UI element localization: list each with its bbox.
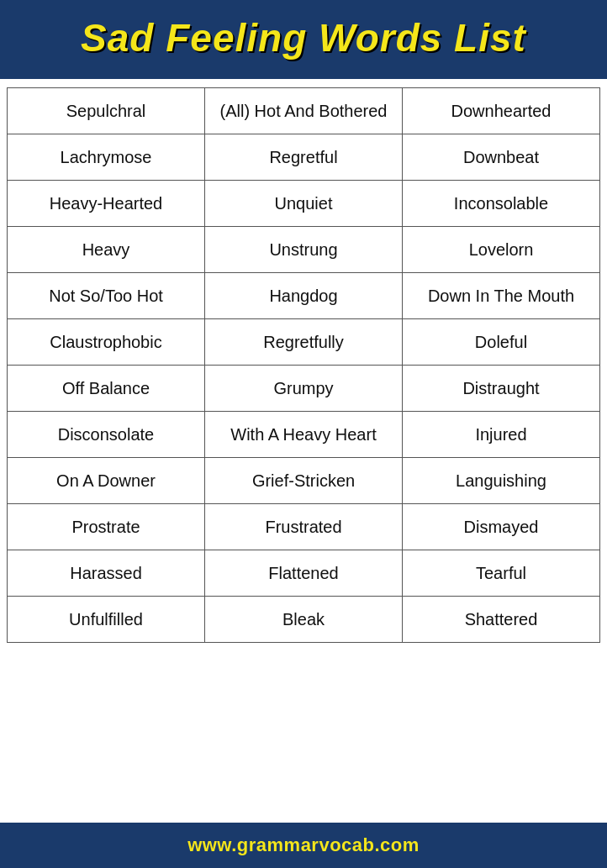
table-cell: Harassed: [8, 550, 205, 597]
table-row: Sepulchral(All) Hot And BotheredDownhear…: [8, 88, 600, 134]
table-row: ProstrateFrustratedDismayed: [8, 504, 600, 550]
table-cell: Shattered: [403, 597, 600, 643]
table-row: ClaustrophobicRegretfullyDoleful: [8, 319, 600, 366]
table-cell: Doleful: [403, 319, 600, 366]
table-cell: Heavy: [8, 227, 205, 273]
table-cell: Disconsolate: [8, 412, 205, 458]
table-row: LachrymoseRegretfulDownbeat: [8, 134, 600, 181]
table-cell: Unstrung: [205, 227, 403, 273]
table-cell: Prostrate: [8, 504, 205, 550]
table-cell: Languishing: [403, 458, 600, 504]
table-cell: Distraught: [403, 366, 600, 412]
table-cell: Bleak: [205, 597, 403, 643]
table-cell: Regretfully: [205, 319, 403, 366]
table-row: HarassedFlattenedTearful: [8, 550, 600, 597]
table-cell: Unquiet: [205, 181, 403, 227]
table-row: Not So/Too HotHangdogDown In The Mouth: [8, 273, 600, 319]
table-cell: Down In The Mouth: [403, 273, 600, 319]
table-row: On A DownerGrief-StrickenLanguishing: [8, 458, 600, 504]
table-row: Heavy-HeartedUnquietInconsolable: [8, 181, 600, 227]
table-row: HeavyUnstrungLovelorn: [8, 227, 600, 273]
table-cell: Hangdog: [205, 273, 403, 319]
table-cell: With A Heavy Heart: [205, 412, 403, 458]
table-cell: Frustrated: [205, 504, 403, 550]
table-cell: Downhearted: [403, 88, 600, 134]
table-cell: Downbeat: [403, 134, 600, 181]
table-cell: Not So/Too Hot: [8, 273, 205, 319]
table-cell: Unfulfilled: [8, 597, 205, 643]
table-cell: (All) Hot And Bothered: [205, 88, 403, 134]
footer-url: www.grammarvocab.com: [187, 834, 420, 855]
table-cell: Off Balance: [8, 366, 205, 412]
table-cell: Injured: [403, 412, 600, 458]
table-row: Off BalanceGrumpyDistraught: [8, 366, 600, 412]
table-cell: Dismayed: [403, 504, 600, 550]
table-cell: Tearful: [403, 550, 600, 597]
page-title: Sad Feeling Words List: [17, 15, 590, 60]
table-row: DisconsolateWith A Heavy HeartInjured: [8, 412, 600, 458]
table-wrapper: Sepulchral(All) Hot And BotheredDownhear…: [0, 79, 607, 823]
table-cell: Lachrymose: [8, 134, 205, 181]
table-cell: Flattened: [205, 550, 403, 597]
table-cell: Sepulchral: [8, 88, 205, 134]
table-cell: Grief-Stricken: [205, 458, 403, 504]
table-cell: Inconsolable: [403, 181, 600, 227]
table-cell: Grumpy: [205, 366, 403, 412]
words-table: Sepulchral(All) Hot And BotheredDownhear…: [7, 87, 600, 643]
table-cell: On A Downer: [8, 458, 205, 504]
page-header: Sad Feeling Words List: [0, 0, 607, 79]
table-cell: Heavy-Hearted: [8, 181, 205, 227]
table-cell: Claustrophobic: [8, 319, 205, 366]
page-footer: www.grammarvocab.com: [0, 823, 607, 868]
table-cell: Lovelorn: [403, 227, 600, 273]
table-cell: Regretful: [205, 134, 403, 181]
table-row: UnfulfilledBleakShattered: [8, 597, 600, 643]
